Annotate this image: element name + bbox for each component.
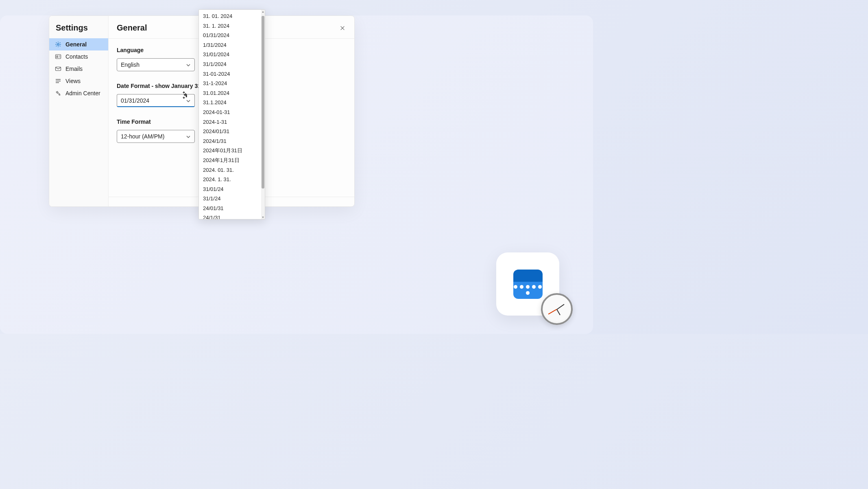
sidebar-item-label: Emails xyxy=(65,66,83,72)
gears-icon xyxy=(55,90,61,96)
date-format-option[interactable]: 2024/01/31 xyxy=(199,127,261,136)
date-format-option[interactable]: 31. 01. 2024 xyxy=(199,11,261,21)
close-button[interactable] xyxy=(339,24,346,32)
mail-icon xyxy=(55,66,61,72)
chevron-down-icon xyxy=(186,134,191,139)
date-format-option[interactable]: 2024年1月31日 xyxy=(199,156,261,165)
sidebar-item-label: General xyxy=(65,41,87,48)
scroll-up-arrow[interactable]: ▲ xyxy=(261,10,265,13)
date-format-value: 01/31/2024 xyxy=(121,97,149,104)
date-format-option[interactable]: 2024. 1. 31. xyxy=(199,175,261,184)
date-format-option[interactable]: 2024-1-31 xyxy=(199,117,261,127)
clock-icon xyxy=(541,293,573,325)
contact-card-icon xyxy=(55,53,61,60)
time-format-value: 12-hour (AM/PM) xyxy=(121,133,164,140)
svg-point-0 xyxy=(57,44,59,45)
sidebar-title: Settings xyxy=(49,16,108,38)
calendar-icon xyxy=(513,270,543,299)
gear-icon xyxy=(55,41,61,48)
date-format-option[interactable]: 31. 1. 2024 xyxy=(199,21,261,31)
date-format-option[interactable]: 2024. 01. 31. xyxy=(199,165,261,175)
sidebar-item-views[interactable]: Views xyxy=(49,75,108,87)
list-icon xyxy=(55,78,61,84)
svg-point-2 xyxy=(57,56,58,57)
calendar-clock-illustration xyxy=(496,252,569,322)
scroll-thumb[interactable] xyxy=(262,14,264,215)
date-format-option[interactable]: 24/1/31 xyxy=(199,213,261,219)
date-format-option[interactable]: 2024/1/31 xyxy=(199,136,261,146)
scroll-down-arrow[interactable]: ▼ xyxy=(261,215,265,219)
svg-point-5 xyxy=(59,94,60,95)
date-format-option[interactable]: 2024-01-31 xyxy=(199,107,261,117)
language-select[interactable]: English xyxy=(117,58,195,71)
page-title: General xyxy=(117,23,147,33)
sidebar-item-emails[interactable]: Emails xyxy=(49,63,108,75)
sidebar-item-label: Views xyxy=(65,78,81,84)
date-format-option[interactable]: 31.1.2024 xyxy=(199,98,261,107)
language-value: English xyxy=(121,61,140,68)
date-format-dropdown: 31. 01. 202431. 1. 202401/31/20241/31/20… xyxy=(198,9,265,219)
time-format-select[interactable]: 12-hour (AM/PM) xyxy=(117,130,195,143)
svg-point-4 xyxy=(57,92,58,93)
date-format-option[interactable]: 31-1-2024 xyxy=(199,79,261,88)
date-format-option[interactable]: 2024年01月31日 xyxy=(199,146,261,156)
dropdown-scrollbar[interactable]: ▲ ▼ xyxy=(261,10,265,219)
sidebar-item-label: Contacts xyxy=(65,53,88,60)
date-format-option[interactable]: 31/01/24 xyxy=(199,184,261,194)
date-format-option[interactable]: 31/01/2024 xyxy=(199,50,261,59)
date-format-option[interactable]: 31/1/24 xyxy=(199,194,261,204)
chevron-down-icon xyxy=(186,98,191,103)
date-format-option[interactable]: 01/31/2024 xyxy=(199,31,261,40)
date-format-option[interactable]: 31-01-2024 xyxy=(199,69,261,79)
dropdown-list[interactable]: 31. 01. 202431. 1. 202401/31/20241/31/20… xyxy=(199,10,261,219)
sidebar-item-general[interactable]: General xyxy=(49,38,108,50)
date-format-option[interactable]: 31.01.2024 xyxy=(199,88,261,98)
date-format-select[interactable]: 01/31/2024 xyxy=(117,94,195,107)
date-format-option[interactable]: 1/31/2024 xyxy=(199,40,261,50)
sidebar-item-contacts[interactable]: Contacts xyxy=(49,50,108,63)
sidebar-item-admin-center[interactable]: Admin Center xyxy=(49,87,108,99)
chevron-down-icon xyxy=(186,62,191,67)
settings-sidebar: Settings General Contacts Emails xyxy=(49,16,109,206)
svg-rect-1 xyxy=(56,55,61,59)
date-format-option[interactable]: 24/01/31 xyxy=(199,204,261,213)
date-format-option[interactable]: 31/1/2024 xyxy=(199,59,261,69)
sidebar-item-label: Admin Center xyxy=(65,90,100,96)
